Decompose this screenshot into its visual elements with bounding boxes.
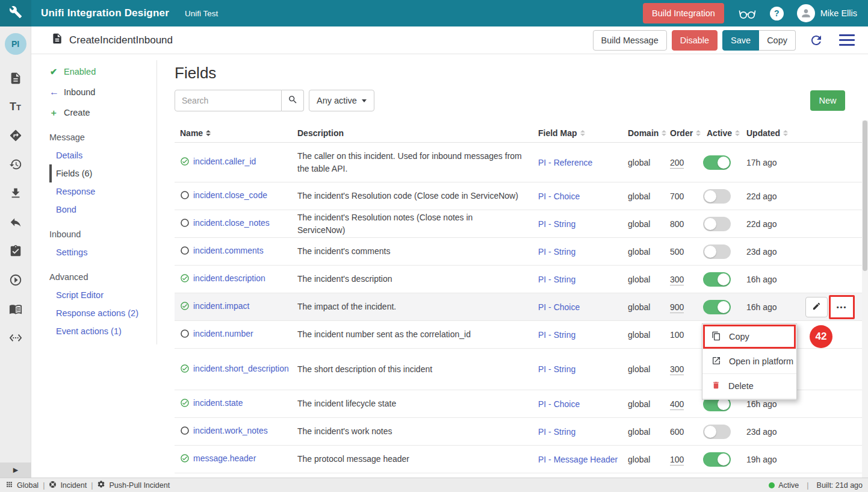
field-name-link[interactable]: incident.description bbox=[193, 273, 265, 283]
order-link[interactable]: 300 bbox=[670, 364, 684, 375]
field-map-link[interactable]: PI - String bbox=[538, 427, 575, 437]
sort-icon bbox=[662, 130, 666, 136]
new-field-button[interactable]: New bbox=[810, 90, 845, 111]
user-menu[interactable]: Mike Ellis bbox=[797, 4, 857, 22]
order-value[interactable]: 800 bbox=[670, 219, 684, 229]
active-toggle[interactable] bbox=[703, 452, 731, 467]
column-header-order[interactable]: Order bbox=[670, 128, 703, 138]
field-map-link[interactable]: PI - String bbox=[538, 275, 575, 284]
field-name-link[interactable]: incident.short_description bbox=[193, 364, 289, 373]
menu-item-open-in-platform[interactable]: Open in platform bbox=[702, 349, 796, 374]
menu-item-copy[interactable]: Copy bbox=[702, 325, 796, 349]
edit-button[interactable] bbox=[805, 297, 828, 317]
search-button[interactable] bbox=[282, 90, 304, 111]
field-map-link[interactable]: PI - String bbox=[538, 219, 575, 229]
user-name: Mike Ellis bbox=[820, 8, 857, 18]
nav-item-fields[interactable]: Fields (6) bbox=[49, 164, 175, 182]
order-link[interactable]: 400 bbox=[670, 399, 684, 410]
order-value[interactable]: 600 bbox=[670, 427, 684, 437]
build-integration-button[interactable]: Build Integration bbox=[643, 3, 724, 23]
check-icon: ✔ bbox=[49, 67, 58, 76]
search-input[interactable] bbox=[175, 90, 282, 111]
order-link[interactable]: 900 bbox=[670, 302, 684, 313]
integration-avatar[interactable]: PI bbox=[5, 33, 26, 55]
menu-hamburger-icon[interactable] bbox=[839, 34, 855, 46]
nav-divider bbox=[157, 60, 157, 344]
menu-item-delete[interactable]: Delete bbox=[702, 374, 796, 399]
build-message-button[interactable]: Build Message bbox=[593, 30, 667, 51]
field-name-link[interactable]: message.header bbox=[193, 453, 256, 463]
field-map-link[interactable]: PI - String bbox=[538, 247, 575, 257]
field-map-link[interactable]: PI - Reference bbox=[538, 158, 592, 167]
book-icon[interactable] bbox=[9, 302, 22, 316]
active-toggle[interactable] bbox=[703, 155, 731, 170]
nav-item-enabled[interactable]: ✔ Enabled bbox=[49, 63, 175, 81]
field-name-link[interactable]: incident.impact bbox=[193, 301, 249, 311]
field-map-link[interactable]: PI - Choice bbox=[538, 302, 580, 312]
process-selector[interactable]: Incident bbox=[49, 481, 87, 490]
order-link[interactable]: 200 bbox=[670, 158, 684, 169]
field-name-link[interactable]: incident.work_notes bbox=[193, 426, 268, 435]
column-header-domain[interactable]: Domain bbox=[628, 128, 670, 138]
field-description: The incident number sent as the correlat… bbox=[297, 328, 538, 341]
integration-selector[interactable]: Push-Pull Incident bbox=[97, 480, 170, 490]
field-domain: global bbox=[628, 455, 670, 464]
expand-rail-button[interactable]: ▶ bbox=[0, 462, 31, 478]
order-value[interactable]: 100 bbox=[670, 330, 684, 340]
column-header-name[interactable]: Name bbox=[180, 128, 297, 138]
history-icon[interactable] bbox=[9, 158, 22, 171]
nav-item-create[interactable]: ＋ Create bbox=[49, 104, 175, 122]
trash-icon bbox=[711, 381, 721, 391]
active-toggle[interactable] bbox=[703, 244, 731, 259]
active-check-icon bbox=[180, 157, 190, 169]
field-name-link[interactable]: incident.number bbox=[193, 329, 253, 338]
order-link[interactable]: 100 bbox=[670, 455, 684, 466]
refresh-icon[interactable] bbox=[809, 33, 823, 48]
help-icon[interactable]: ? bbox=[770, 7, 784, 20]
active-toggle[interactable] bbox=[703, 217, 731, 231]
column-header-active[interactable]: Active bbox=[703, 128, 746, 138]
field-map-link[interactable]: PI - String bbox=[538, 364, 575, 374]
column-header-updated[interactable]: Updated bbox=[746, 128, 801, 138]
field-updated: 23d ago bbox=[746, 247, 801, 257]
disable-button[interactable]: Disable bbox=[672, 30, 718, 51]
field-map-link[interactable]: PI - String bbox=[538, 330, 575, 340]
scope-selector[interactable]: Global bbox=[5, 481, 39, 490]
field-map-link[interactable]: PI - Choice bbox=[538, 192, 580, 201]
nav-item-inbound-back[interactable]: ← Inbound bbox=[49, 83, 175, 101]
field-name-link[interactable]: incident.state bbox=[193, 398, 243, 408]
field-name-link[interactable]: incident.caller_id bbox=[193, 157, 256, 166]
field-name-link[interactable]: incident.close_notes bbox=[193, 218, 270, 228]
annotation-box-more: ••• bbox=[829, 295, 855, 319]
active-toggle[interactable] bbox=[703, 272, 731, 287]
more-actions-button[interactable]: ••• bbox=[831, 297, 853, 317]
code-icon[interactable] bbox=[9, 331, 22, 344]
column-header-field-map[interactable]: Field Map bbox=[538, 128, 628, 138]
field-name-link[interactable]: incident.close_code bbox=[193, 190, 267, 200]
field-name-link[interactable]: incident.comments bbox=[193, 246, 264, 255]
active-toggle[interactable] bbox=[703, 425, 731, 439]
order-value[interactable]: 500 bbox=[670, 247, 684, 257]
order-link[interactable]: 300 bbox=[670, 275, 684, 285]
directions-icon[interactable] bbox=[9, 129, 22, 142]
active-toggle[interactable] bbox=[703, 300, 731, 314]
field-map-link[interactable]: PI - Choice bbox=[538, 399, 580, 409]
download-icon[interactable] bbox=[9, 187, 22, 200]
save-button[interactable]: Save bbox=[722, 30, 759, 51]
text-format-icon[interactable]: TT bbox=[10, 101, 21, 113]
tasks-icon[interactable] bbox=[9, 244, 22, 258]
active-toggle[interactable] bbox=[703, 189, 731, 204]
order-value[interactable]: 700 bbox=[670, 192, 684, 201]
play-icon[interactable] bbox=[9, 273, 22, 287]
copy-button[interactable]: Copy bbox=[759, 30, 796, 51]
sort-icon bbox=[696, 130, 701, 136]
document-icon[interactable] bbox=[9, 72, 22, 85]
app-logo[interactable] bbox=[0, 0, 31, 26]
undo-icon[interactable] bbox=[9, 216, 22, 229]
scrollbar-thumb[interactable] bbox=[863, 120, 867, 271]
field-map-link[interactable]: PI - Message Header bbox=[538, 455, 618, 464]
active-filter-dropdown[interactable]: Any active bbox=[309, 90, 374, 111]
table-row-partial bbox=[175, 473, 868, 478]
preview-glasses-icon[interactable] bbox=[737, 5, 757, 21]
built-label: Built: 21d ago bbox=[817, 481, 863, 490]
